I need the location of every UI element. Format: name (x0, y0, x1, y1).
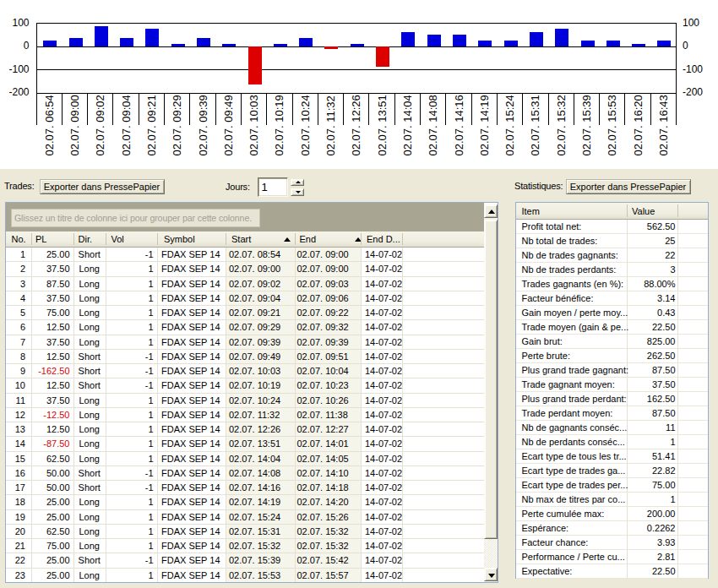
svg-text:02.07. 15:32: 02.07. 15:32 (555, 95, 568, 155)
svg-text:02.07. 14:04: 02.07. 14:04 (401, 95, 414, 155)
svg-text:02.07. 14:08: 02.07. 14:08 (427, 95, 439, 155)
svg-text:02.07. 13:51: 02.07. 13:51 (376, 95, 389, 155)
svg-text:02.07. 09:04: 02.07. 09:04 (120, 95, 133, 155)
svg-text:02.07. 09:39: 02.07. 09:39 (197, 95, 209, 155)
svg-text:02.07. 10:19: 02.07. 10:19 (273, 95, 286, 155)
svg-text:02.07. 09:49: 02.07. 09:49 (222, 95, 235, 155)
svg-text:-200: -200 (683, 86, 703, 98)
svg-text:02.07. 16:20: 02.07. 16:20 (632, 95, 645, 155)
svg-text:02.07. 15:39: 02.07. 15:39 (580, 95, 593, 155)
svg-text:-200: -200 (8, 86, 29, 98)
svg-text:02.07. 09:21: 02.07. 09:21 (145, 95, 158, 155)
svg-text:02.07. 15:53: 02.07. 15:53 (606, 95, 618, 155)
svg-text:100: 100 (12, 17, 29, 29)
svg-text:02.07. 09:00: 02.07. 09:00 (68, 95, 81, 155)
svg-text:02.07. 15:24: 02.07. 15:24 (503, 95, 516, 155)
svg-text:02.07. 06:54: 02.07. 06:54 (43, 95, 56, 155)
svg-text:02.07. 14:16: 02.07. 14:16 (453, 95, 465, 155)
svg-text:02.07. 09:02: 02.07. 09:02 (94, 95, 106, 155)
svg-text:02.07. 11:32: 02.07. 11:32 (324, 95, 337, 155)
svg-text:02.07. 12:26: 02.07. 12:26 (350, 95, 362, 155)
svg-text:02.07. 15:31: 02.07. 15:31 (529, 95, 541, 155)
svg-text:-100: -100 (683, 63, 703, 75)
svg-text:02.07. 09:29: 02.07. 09:29 (171, 95, 183, 155)
svg-text:02.07. 10:24: 02.07. 10:24 (299, 95, 312, 155)
svg-text:0: 0 (24, 40, 30, 52)
svg-text:02.07. 16:43: 02.07. 16:43 (657, 95, 670, 155)
svg-text:100: 100 (683, 17, 699, 29)
svg-text:02.07. 14:19: 02.07. 14:19 (478, 95, 491, 155)
svg-text:-100: -100 (8, 63, 29, 75)
svg-text:0: 0 (683, 40, 688, 52)
svg-text:02.07. 10:03: 02.07. 10:03 (247, 95, 260, 155)
